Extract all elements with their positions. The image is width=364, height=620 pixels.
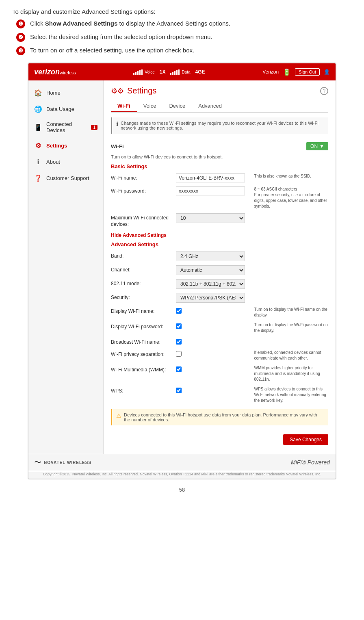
- display-wifi-name-hint: Turn on to display the Wi-Fi name on the…: [254, 307, 329, 318]
- wifi-section-heading: Wi-Fi: [111, 143, 124, 150]
- wifi-privacy-control: [176, 350, 250, 358]
- broadcast-wifi-name-row: Broadcast Wi-Fi name:: [111, 338, 328, 346]
- tab-advanced-label: Advanced: [198, 103, 222, 109]
- wifi-toggle-button[interactable]: ON ▼: [306, 142, 328, 150]
- step-2-text: Select the desired setting from the sele…: [30, 33, 212, 42]
- bar4: [139, 70, 141, 75]
- max-devices-select[interactable]: 10: [176, 213, 245, 223]
- wps-row: WPS: WPS allows devices to connect to th…: [111, 386, 328, 403]
- wmm-hint: WMM provides higher priority for multime…: [254, 365, 329, 382]
- max-devices-row: Maximum Wi-Fi connected devices: 10: [111, 213, 328, 228]
- hide-advanced-link[interactable]: Hide Advanced Settings: [111, 232, 328, 240]
- wifi-privacy-checkbox[interactable]: [176, 351, 182, 357]
- advanced-settings-heading: Advanced Settings: [111, 241, 328, 247]
- tab-voice[interactable]: Voice: [137, 100, 163, 112]
- voice-label: Voice: [145, 70, 154, 74]
- broadcast-wifi-name-checkbox[interactable]: [176, 339, 182, 345]
- band-label: Band:: [111, 251, 176, 259]
- dbar4: [176, 70, 178, 75]
- wifi-privacy-hint: If enabled, connected devices cannot com…: [254, 350, 329, 361]
- display-wifi-name-row: Display Wi-Fi name: Turn on to display t…: [111, 307, 328, 318]
- channel-label: Channel:: [111, 265, 176, 273]
- display-wifi-name-checkbox[interactable]: [176, 308, 182, 314]
- channel-select[interactable]: Automatic: [176, 265, 245, 275]
- wmm-checkbox[interactable]: [176, 366, 182, 372]
- security-select[interactable]: WPA2 Personal/PSK (AES): [176, 293, 245, 303]
- gear-icon: ⚙⚙: [111, 87, 124, 95]
- sign-out-button[interactable]: Sign Out: [295, 68, 320, 76]
- max-devices-control: 10: [176, 213, 328, 223]
- display-wifi-password-checkbox[interactable]: [176, 323, 182, 329]
- top-bar: verizonwireless Voice 1X: [28, 63, 336, 80]
- channel-row: Channel: Automatic: [111, 265, 328, 275]
- footer-copyright: Copyright ©2015. Novatel Wireless, Inc. …: [28, 472, 336, 479]
- wifi-description: Turn on to allow Wi-Fi devices to connec…: [111, 154, 328, 159]
- wps-control: [176, 386, 250, 395]
- sidebar-label-connected-devices: Connected Devices: [46, 121, 87, 133]
- settings-panel: ⚙⚙ Settings ? Wi-Fi Voice Device: [104, 80, 336, 454]
- tab-wifi[interactable]: Wi-Fi: [111, 100, 137, 112]
- step-1: ❶ Click Show Advanced Settings to displa…: [16, 19, 352, 28]
- display-wifi-name-control: [176, 307, 250, 315]
- step-3-text: To turn on or off a selected setting, us…: [30, 46, 194, 55]
- globe-icon: 🌐: [34, 105, 42, 113]
- mifi-logo: MiFi® Powered: [291, 459, 330, 466]
- wps-checkbox[interactable]: [176, 388, 182, 393]
- wifi-privacy-row: Wi-Fi privacy separation: If enabled, co…: [111, 350, 328, 361]
- dbar3: [174, 71, 176, 75]
- main-content: 🏠 Home 🌐 Data Usage 📱 Connected Devices …: [28, 80, 336, 454]
- mode-control: 802.11b + 802.11g + 802.1....: [176, 279, 328, 289]
- help-button[interactable]: ?: [320, 87, 328, 95]
- step-1-num: ❶: [16, 20, 25, 28]
- tab-advanced[interactable]: Advanced: [192, 100, 228, 112]
- band-select[interactable]: 2.4 GHz: [176, 251, 245, 261]
- sidebar-item-home[interactable]: 🏠 Home: [28, 85, 103, 101]
- question-icon: ❓: [34, 174, 42, 182]
- device-frame: verizonwireless Voice 1X: [28, 63, 336, 479]
- mode-label: 802.11 mode:: [111, 279, 176, 286]
- dbar5: [178, 69, 180, 75]
- display-wifi-password-row: Display Wi-Fi password: Turn on to displ…: [111, 322, 328, 334]
- footer-logo-left: 〜 NOVATEL WIRELESS: [34, 457, 91, 467]
- sidebar-label-settings: Settings: [46, 143, 67, 149]
- bar5: [141, 69, 143, 75]
- tab-device-label: Device: [169, 103, 185, 109]
- 1x-label: 1X: [160, 69, 166, 75]
- novatel-logo-icon: 〜: [34, 457, 41, 467]
- tab-device[interactable]: Device: [162, 100, 192, 112]
- wps-label: WPS:: [111, 386, 176, 394]
- sidebar-item-settings[interactable]: ⚙ Settings: [28, 137, 103, 154]
- save-changes-button[interactable]: Save Changes: [283, 434, 328, 445]
- wifi-password-input[interactable]: [176, 186, 245, 195]
- step-3-num: ❸: [16, 46, 25, 55]
- wifi-toggle-label: ON: [310, 143, 318, 149]
- security-row: Security: WPA2 Personal/PSK (AES): [111, 293, 328, 303]
- settings-title-row: ⚙⚙ Settings: [111, 86, 156, 95]
- sidebar-item-about[interactable]: ℹ About: [28, 154, 103, 170]
- mode-row: 802.11 mode: 802.11b + 802.11g + 802.1..…: [111, 279, 328, 289]
- hide-advanced-text[interactable]: Hide Advanced Settings: [111, 232, 167, 238]
- 4g-label: 4GE: [195, 69, 205, 75]
- mode-select[interactable]: 802.11b + 802.11g + 802.1....: [176, 279, 245, 289]
- save-row: Save Changes: [111, 431, 328, 445]
- intro-text: To display and customize Advanced Settin…: [12, 8, 352, 15]
- wmm-label: Wi-Fi Multimedia (WMM):: [111, 365, 176, 373]
- wps-hint: WPS allows devices to connect to this Wi…: [254, 386, 329, 403]
- devices-icon: 📱: [34, 123, 42, 131]
- sidebar-item-data-usage[interactable]: 🌐 Data Usage: [28, 101, 103, 117]
- instructions-section: To display and customize Advanced Settin…: [12, 8, 352, 55]
- display-wifi-name-label: Display Wi-Fi name:: [111, 307, 176, 314]
- sidebar-item-connected-devices[interactable]: 📱 Connected Devices 1: [28, 117, 103, 137]
- step-3: ❸ To turn on or off a selected setting, …: [16, 46, 352, 55]
- wifi-name-row: Wi-Fi name: This is also known as the SS…: [111, 173, 328, 182]
- hint-line2: For greater security, use a mixture of d…: [254, 193, 327, 208]
- wmm-control: [176, 365, 250, 373]
- channel-control: Automatic: [176, 265, 328, 275]
- carrier-label: Verizon: [262, 69, 279, 75]
- wifi-name-input[interactable]: [176, 173, 245, 182]
- sidebar-item-customer-support[interactable]: ❓ Customer Support: [28, 170, 103, 186]
- top-bar-right: Verizon 🔋 Sign Out 👤: [262, 68, 330, 76]
- wifi-privacy-label: Wi-Fi privacy separation:: [111, 350, 176, 357]
- home-icon: 🏠: [34, 89, 42, 97]
- novatel-logo-text: NOVATEL WIRELESS: [44, 460, 91, 465]
